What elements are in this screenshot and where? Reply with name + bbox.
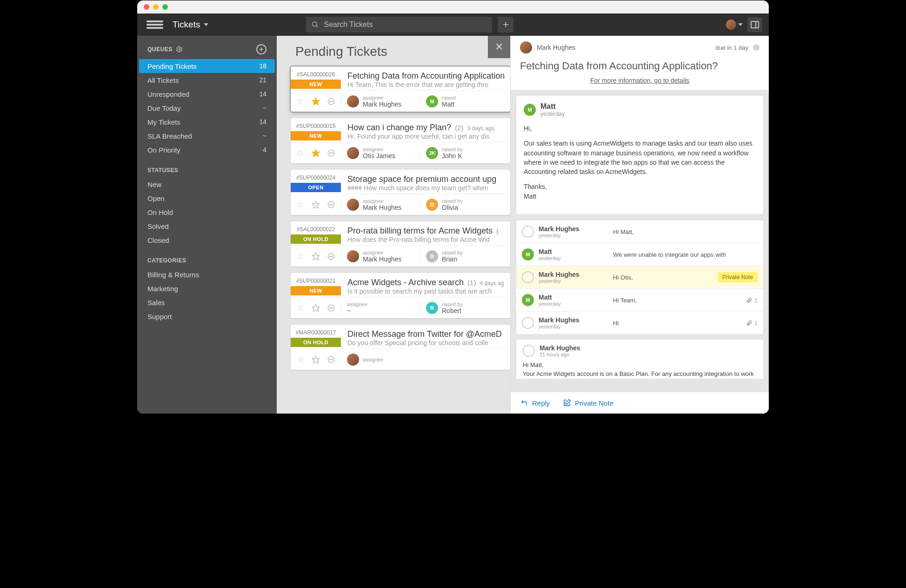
queue-count: 14 — [259, 118, 266, 126]
svg-point-4 — [179, 48, 180, 50]
assignee[interactable]: assigneeMark Hughes — [341, 250, 420, 263]
queue-item[interactable]: Pending Tickets18 — [139, 59, 275, 73]
pin-icon[interactable] — [295, 147, 306, 159]
ticket-card[interactable]: #MAR00000017 ON HOLD Direct Message from… — [291, 325, 510, 370]
gear-icon[interactable] — [176, 46, 183, 53]
more-icon[interactable] — [326, 96, 337, 107]
ticket-subject: Pro-rata billing terms for Acme Widgets … — [347, 226, 504, 236]
reply-icon — [520, 399, 528, 407]
queue-item[interactable]: My Tickets14 — [137, 115, 277, 129]
star-icon[interactable] — [310, 251, 321, 262]
ticket-card[interactable]: #SUP00000015 NEW How can i change my Pla… — [291, 118, 510, 163]
star-icon[interactable] — [310, 147, 321, 159]
raised-by[interactable]: R raised byRobert — [420, 301, 499, 314]
svg-point-7 — [329, 101, 330, 102]
status-item[interactable]: New — [137, 177, 277, 191]
ticket-card[interactable]: #SAL00000026 NEW Fetching Data from Acco… — [291, 67, 510, 112]
more-icon[interactable] — [326, 354, 337, 365]
avatar: O — [426, 199, 438, 211]
menu-icon[interactable] — [147, 20, 163, 29]
ticket-card[interactable]: #SUP00000021 NEW Acme Widgets - Archive … — [291, 273, 510, 318]
raised-by[interactable]: JK raised byJohn K — [420, 147, 499, 160]
category-item[interactable]: Billing & Returns — [137, 267, 277, 281]
pin-icon[interactable] — [295, 96, 306, 107]
profile-menu[interactable] — [725, 17, 744, 33]
reply-row[interactable]: M Mattyesterday We were unable to integr… — [516, 243, 763, 266]
status-item[interactable]: Solved — [137, 219, 277, 233]
svg-point-19 — [332, 204, 333, 205]
search-input[interactable]: Search Tickets — [306, 17, 492, 33]
ticket-card[interactable]: #SUP00000024 OPEN Storage space for prem… — [291, 170, 510, 215]
assignee[interactable]: assigneeOtis James — [341, 147, 420, 160]
module-title: Tickets — [173, 20, 200, 30]
avatar — [347, 95, 359, 107]
star-icon[interactable] — [310, 354, 321, 365]
category-item[interactable]: Sales — [137, 295, 277, 309]
raised-by[interactable]: B raised byBrian — [420, 250, 499, 263]
reply-row[interactable]: Mark Hughesyesterday Hi Matt, — [516, 220, 763, 243]
ticket-preview: Do you offer Special pricing for schools… — [347, 339, 504, 347]
status-item[interactable]: On Hold — [137, 205, 277, 219]
pin-icon[interactable] — [295, 251, 306, 262]
panel-toggle-button[interactable] — [747, 17, 762, 32]
star-icon[interactable] — [310, 302, 321, 314]
minimize-window-icon[interactable] — [153, 4, 159, 10]
star-icon[interactable] — [310, 199, 321, 210]
avatar: JK — [426, 147, 438, 159]
close-window-icon[interactable] — [144, 4, 149, 10]
category-item[interactable]: Marketing — [137, 281, 277, 295]
close-detail-button[interactable]: ✕ — [488, 36, 510, 58]
more-icon[interactable] — [326, 251, 337, 262]
raised-by[interactable]: M raisedMatt — [420, 95, 499, 108]
ticket-id: #SAL00000026 — [297, 71, 335, 78]
reply-snippet: Hi Team, — [613, 297, 741, 304]
reply-row[interactable]: Mark Hughesyesterday Hi 1 — [516, 312, 763, 334]
svg-marker-30 — [313, 356, 320, 363]
queues-label: QUEUES — [147, 46, 173, 53]
list-title: Pending Tickets — [295, 44, 387, 59]
status-dot[interactable] — [753, 44, 759, 51]
pin-icon[interactable] — [295, 354, 306, 365]
maximize-window-icon[interactable] — [162, 4, 168, 10]
ticket-id: #SAL00000022 — [297, 226, 335, 233]
avatar: M — [524, 104, 536, 116]
avatar — [522, 317, 534, 329]
queue-item[interactable]: SLA Breached~ — [137, 129, 277, 143]
assignee[interactable]: assignee~ — [341, 301, 420, 314]
reply-row[interactable]: M Mattyesterday Hi Team, 1 — [516, 289, 763, 312]
star-icon[interactable] — [310, 96, 321, 107]
private-note-button[interactable]: Private Note — [563, 399, 613, 407]
assignee[interactable]: assigneeMark Hughes — [341, 198, 420, 211]
assignee[interactable]: assigneeMark Hughes — [341, 95, 420, 108]
reply-row[interactable]: Mark Hughesyesterday Hi Otis, Private No… — [516, 266, 763, 289]
status-item[interactable]: Open — [137, 191, 277, 205]
queue-item[interactable]: All Tickets21 — [137, 73, 277, 87]
more-icon[interactable] — [326, 302, 337, 314]
raised-by[interactable]: O raised byOlivia — [420, 198, 499, 211]
more-icon[interactable] — [326, 147, 337, 159]
queue-item[interactable]: Unresponded14 — [137, 87, 277, 101]
queue-label: Unresponded — [147, 90, 189, 98]
module-switcher[interactable]: Tickets — [173, 20, 208, 30]
app-window: Tickets Search Tickets + QUEUES + Pendin… — [137, 0, 769, 414]
svg-marker-20 — [313, 253, 320, 260]
status-item[interactable]: Closed — [137, 233, 277, 247]
ticket-card[interactable]: #SAL00000022 ON HOLD Pro-rata billing te… — [291, 221, 510, 267]
queue-item[interactable]: On Priority4 — [137, 143, 277, 157]
assignee[interactable]: assignee — [341, 354, 420, 366]
add-queue-button[interactable]: + — [256, 44, 266, 54]
latest-message[interactable]: Mark Hughes 21 hours ago Hi Matt, Your A… — [516, 340, 763, 379]
details-link[interactable]: For more information, go to details — [520, 77, 759, 90]
queue-item[interactable]: Due Today~ — [137, 101, 277, 115]
main-message[interactable]: M Matt yesterday Hi, Our sales team is u… — [516, 96, 763, 214]
category-item[interactable]: Support — [137, 309, 277, 323]
pin-icon[interactable] — [295, 199, 306, 210]
message-body: Hi, Our sales team is using AcmeWidgets … — [524, 124, 756, 201]
reply-button[interactable]: Reply — [520, 399, 550, 407]
new-ticket-button[interactable]: + — [498, 17, 513, 33]
ticket-preview: #### How much space does my team get? wh… — [347, 184, 504, 192]
more-icon[interactable] — [326, 199, 337, 210]
pin-icon[interactable] — [295, 302, 306, 314]
contact-name: Mark Hughes — [537, 44, 575, 51]
avatar — [520, 41, 532, 53]
